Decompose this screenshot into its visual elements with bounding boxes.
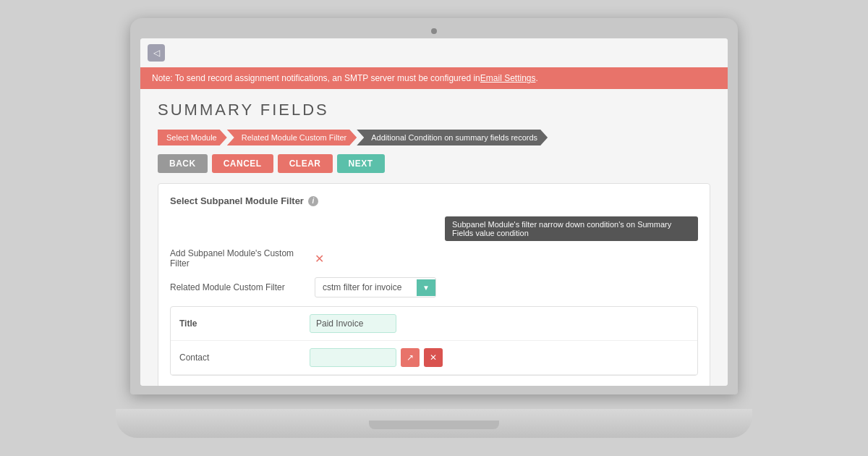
- subpanel-module-filter-panel: Select Subpanel Module Filter i Subpanel…: [158, 183, 710, 386]
- cancel-button[interactable]: CANCEL: [212, 154, 273, 173]
- step-2-label: Related Module Custom Filter: [227, 130, 357, 145]
- notification-text: Note: To send record assignment notifica…: [152, 73, 480, 83]
- related-module-filter-row: Related Module Custom Filter cstm filter…: [170, 277, 698, 297]
- dropdown-value: cstm filter for invoice: [315, 278, 417, 297]
- add-subpanel-label: Add Subpanel Module's Custom Filter: [170, 248, 315, 269]
- back-navigation-button[interactable]: ◁: [148, 44, 165, 62]
- clear-contact-icon: ✕: [430, 352, 437, 363]
- filter-table: Title Contact: [170, 306, 698, 376]
- panel-title-text: Select Subpanel Module Filter: [170, 195, 304, 206]
- step-3: Additional Condition on summary fields r…: [357, 130, 548, 145]
- laptop-base: [116, 409, 752, 438]
- notification-suffix: .: [536, 73, 538, 83]
- filter-table-title-controls: [310, 314, 396, 333]
- pick-contact-button[interactable]: ↗: [401, 348, 420, 367]
- step-3-label: Additional Condition on summary fields r…: [357, 130, 548, 145]
- filter-table-contact-row: Contact ↗ ✕: [171, 341, 697, 375]
- back-arrow-bar: ◁: [140, 38, 728, 67]
- next-button[interactable]: NEXT: [337, 154, 385, 173]
- breadcrumb-steps: Select Module Related Module Custom Filt…: [158, 130, 710, 145]
- filter-dropdown[interactable]: cstm filter for invoice ▼: [315, 277, 436, 297]
- panel-title: Select Subpanel Module Filter i: [170, 195, 698, 206]
- page-title: SUMMARY FIELDS: [158, 101, 710, 119]
- tooltip-box: Subpanel Module's filter narrow down con…: [445, 216, 698, 241]
- laptop-screen-outer: ◁ Note: To send record assignment notifi…: [130, 18, 738, 394]
- contact-input[interactable]: [310, 348, 396, 367]
- clear-contact-button[interactable]: ✕: [424, 348, 443, 367]
- filter-table-title-row: Title: [171, 307, 697, 341]
- filter-table-contact-controls: ↗ ✕: [310, 348, 443, 367]
- step-1: Select Module: [158, 130, 227, 145]
- title-input[interactable]: [310, 314, 396, 333]
- laptop-screen: ◁ Note: To send record assignment notifi…: [140, 38, 728, 386]
- related-module-controls: cstm filter for invoice ▼: [315, 277, 436, 297]
- step-1-label: Select Module: [158, 130, 227, 145]
- action-buttons: BACK CANCEL CLEAR NEXT: [158, 154, 710, 173]
- laptop: ◁ Note: To send record assignment notifi…: [116, 18, 752, 438]
- laptop-camera: [431, 28, 437, 34]
- notification-bar: Note: To send record assignment notifica…: [140, 67, 728, 89]
- screen-content: ◁ Note: To send record assignment notifi…: [140, 38, 728, 386]
- main-area: SUMMARY FIELDS Select Module Related Mod…: [140, 89, 728, 386]
- back-button[interactable]: BACK: [158, 154, 208, 173]
- add-subpanel-controls: ✕: [315, 252, 324, 266]
- info-icon[interactable]: i: [308, 196, 318, 206]
- filter-table-title-label: Title: [179, 318, 310, 329]
- delete-subpanel-icon[interactable]: ✕: [315, 252, 324, 266]
- dropdown-arrow-icon[interactable]: ▼: [417, 279, 435, 296]
- filter-table-contact-label: Contact: [179, 352, 310, 363]
- related-module-label: Related Module Custom Filter: [170, 282, 315, 292]
- laptop-base-notch: [369, 421, 499, 429]
- step-2: Related Module Custom Filter: [227, 130, 357, 145]
- pick-icon: ↗: [407, 352, 414, 363]
- add-subpanel-row: Add Subpanel Module's Custom Filter ✕: [170, 248, 698, 269]
- clear-button[interactable]: CLEAR: [278, 154, 333, 173]
- email-settings-link[interactable]: Email Settings: [480, 73, 536, 83]
